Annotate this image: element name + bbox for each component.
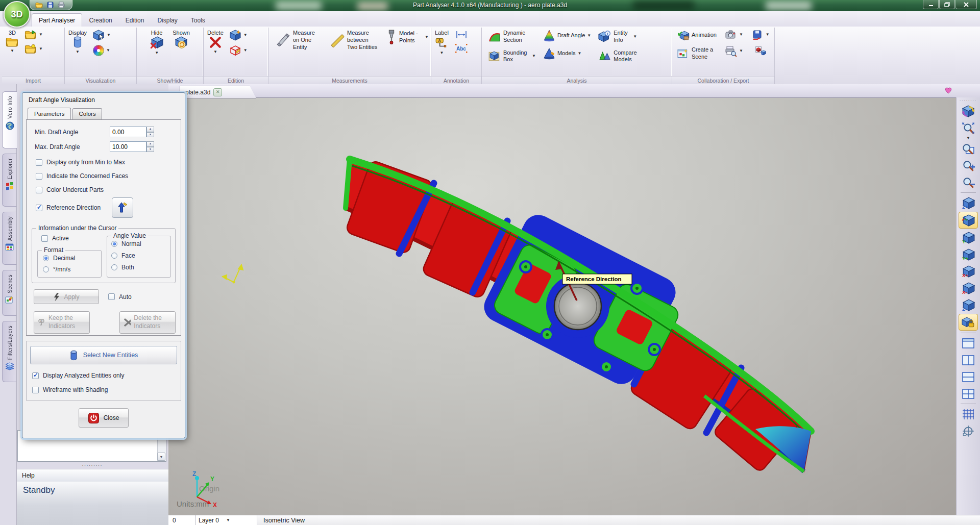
draft-angle-button[interactable]: Draft Angle ▼ [542,29,592,42]
sidebar-tab-filters-layers[interactable]: Filters/Layers [2,321,16,382]
chevron-down-icon[interactable]: ▼ [440,52,444,55]
open-file-icon[interactable] [35,2,43,8]
radio-face[interactable]: Face [111,252,167,259]
menu-tab-display[interactable]: Display [151,14,184,27]
zoom-window-icon[interactable] [959,141,977,157]
import-recent-button[interactable]: ▼ [23,43,44,55]
select-new-entities-button[interactable]: Select New Entities [30,346,177,364]
chevron-down-icon[interactable]: ▼ [577,52,581,55]
viewport-split-horizontal-icon[interactable] [959,369,977,385]
menu-tab-edition[interactable]: Edition [119,14,151,27]
regenerate-icon[interactable] [959,103,977,119]
radio-both[interactable]: Both [111,264,167,271]
close-button[interactable] [955,0,977,9]
checkbox-icon[interactable] [36,159,42,166]
radio-icon[interactable] [111,264,117,270]
delete-indicators-button[interactable]: Delete the Indicators [119,311,176,334]
delete-button[interactable]: Delete [206,29,225,49]
origin-axis-icon[interactable] [959,423,977,439]
display-button[interactable]: Display [67,29,88,49]
radio-icon[interactable] [111,253,117,259]
view-x-minus-icon[interactable]: X- [959,280,977,296]
radio-deg-mn-s[interactable]: °/mn/s [43,266,98,273]
draft-angle-dialog[interactable]: Draft Angle Visualization Parameters Col… [22,92,185,438]
zoom-out-icon[interactable] [959,174,977,190]
chevron-down-icon[interactable]: ▼ [213,51,217,54]
3d-model-aero-plate[interactable] [345,159,811,472]
spin-down-icon[interactable]: ▼ [146,132,154,138]
dialog-close-button[interactable]: Close [79,408,129,428]
view-z-plus-icon[interactable]: Z+ [959,195,977,211]
color-button[interactable]: ▼ [92,44,111,57]
view-isometric-icon[interactable] [959,212,978,229]
chevron-down-icon[interactable]: ▼ [155,52,159,55]
display-mode-button[interactable]: ▼ [91,29,112,41]
toolbar-grip[interactable]: ........ [960,98,977,102]
max-draft-angle-stepper[interactable]: ▲ ▼ [110,141,154,152]
viewport-single-icon[interactable] [959,335,977,351]
bounding-box-button[interactable]: Bounding Box ▼ [487,49,537,64]
models-button[interactable]: Models ▼ [542,47,582,60]
save-as-button[interactable]: ▼ [750,29,771,40]
min-draft-angle-stepper[interactable]: ▲ ▼ [110,127,154,137]
checkbox-icon[interactable] [32,372,39,379]
apply-button[interactable]: Apply [34,289,99,304]
app-logo-3d[interactable]: 3D [4,1,30,28]
layer-number-field[interactable]: 0 [168,515,195,525]
viewport-canvas[interactable]: Reference Direction Origin Z Y X Units:m… [168,97,957,515]
restore-button[interactable] [939,0,955,9]
create-scene-button[interactable]: Create a Scene [676,46,716,61]
save-icon[interactable] [47,2,54,8]
checkbox-icon[interactable] [32,387,39,393]
viewport-split-vertical-icon[interactable] [959,352,977,368]
zoom-extents-icon[interactable] [959,120,977,136]
print-icon[interactable] [58,2,65,8]
rotation-lock-icon[interactable] [959,314,978,331]
model-points-button[interactable]: Model - Points ▼ [385,29,430,45]
checkbox-display-analyzed[interactable]: Display Analyzed Entities only [32,372,177,379]
checkbox-icon[interactable] [108,293,115,300]
checkbox-icon[interactable] [41,235,48,242]
checkbox-reference-direction[interactable]: Reference Direction [36,197,175,218]
chevron-down-icon[interactable]: ▼ [10,49,14,53]
measure-between-button[interactable]: Measure between Two Entities [330,29,379,51]
entity-edit-button[interactable]: ▼ [228,44,249,57]
animation-button[interactable]: Animation [676,29,718,41]
max-draft-angle-input[interactable] [110,141,146,152]
chevron-down-icon[interactable]: ▼ [966,137,970,140]
dynamic-section-button[interactable]: Dynamic Section [487,29,531,44]
pick-reference-direction-button[interactable] [112,197,133,218]
hide-button[interactable]: Hide [149,29,164,50]
zoom-in-icon[interactable] [959,158,977,173]
tab-colors[interactable]: Colors [72,108,102,120]
sidebar-tab-assembly[interactable]: Assembly [2,212,16,265]
chevron-down-icon[interactable]: ▼ [226,519,230,522]
sidebar-tab-explorer[interactable]: Explorer [2,154,16,207]
chevron-down-icon[interactable]: ▼ [76,51,80,54]
print-preview-button[interactable]: ▼ [724,45,744,57]
panel-resize-grip[interactable]: ......... [16,462,168,468]
import-3d-button[interactable]: 3D [5,29,20,48]
checkbox-color-undercut[interactable]: Color Undercut Parts [36,186,175,193]
menu-tab-part-analyser[interactable]: Part Analyser [32,13,82,27]
checkbox-indicate-faces[interactable]: Indicate the Concerned Faces [36,172,175,180]
viewport-quad-icon[interactable] [959,386,977,402]
checkbox-active[interactable]: Active [41,235,104,242]
layer-selector[interactable]: Layer 0 ▼ [195,515,257,525]
chevron-down-icon[interactable]: ▼ [633,35,637,38]
radio-normal[interactable]: Normal [111,240,167,247]
checkbox-icon[interactable] [36,173,42,180]
spin-up-icon[interactable]: ▲ [146,127,154,132]
menu-tab-tools[interactable]: Tools [184,14,212,27]
chevron-down-icon[interactable]: ▼ [532,55,536,58]
screenshot-button[interactable]: ▼ [724,29,744,40]
checkbox-icon[interactable] [36,205,42,211]
checkbox-display-only-min-max[interactable]: Display only from Min to Max [36,159,175,166]
sidebar-tab-vero-info[interactable]: Vero Info [2,91,17,148]
document-tab[interactable]: plate.a3d ✕ [180,86,256,98]
minimize-button[interactable] [923,0,939,9]
spin-up-icon[interactable]: ▲ [146,141,154,147]
grid-icon[interactable] [959,406,977,422]
radio-icon[interactable] [43,255,49,261]
radio-icon[interactable] [43,266,49,272]
